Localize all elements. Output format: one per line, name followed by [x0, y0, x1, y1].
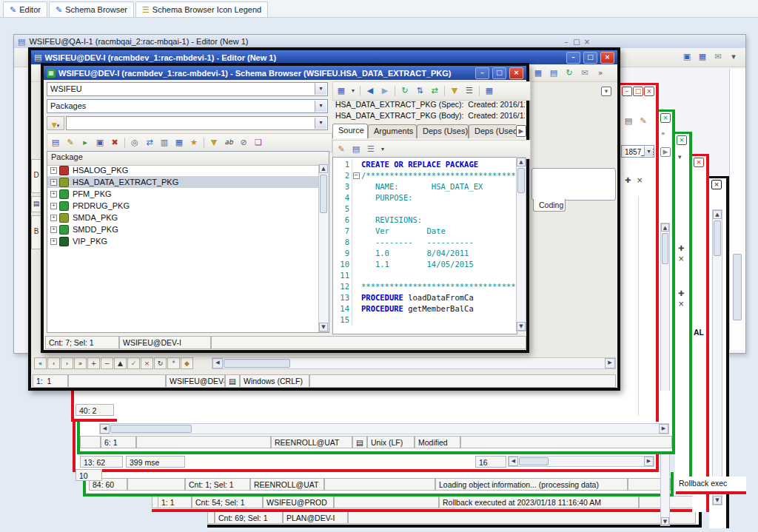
list-item[interactable]: +PRDRUG_PKG — [47, 200, 318, 212]
expand-icon[interactable]: + — [50, 191, 57, 198]
scroll-thumb[interactable] — [714, 220, 721, 256]
scroll-right-icon[interactable]: ▶ — [644, 457, 654, 466]
pin-icon[interactable]: ✚ — [625, 176, 631, 184]
nav-cancel-icon[interactable]: × — [141, 357, 153, 369]
refresh-icon[interactable]: ↻ — [563, 67, 576, 80]
tab-deps-used-by[interactable]: Deps (Used B — [469, 124, 516, 138]
page-icon[interactable]: ▤ — [622, 115, 635, 128]
maximize-icon[interactable]: □ — [571, 38, 582, 46]
report-icon[interactable]: ❏ — [252, 136, 265, 149]
close-icon[interactable]: × — [600, 52, 614, 64]
dropdown-icon[interactable]: ▾ — [315, 101, 326, 112]
scroll-down-icon[interactable]: ▼ — [661, 517, 669, 525]
tab-source[interactable]: Source — [332, 124, 368, 138]
dropdown-icon[interactable]: ▾ — [315, 118, 326, 129]
code-vertical-scrollbar[interactable]: ▲ ▼ — [516, 157, 526, 331]
close-panel-icon[interactable]: × — [678, 255, 684, 263]
nav-prior-icon[interactable]: ‹ — [47, 357, 60, 369]
script-icon[interactable]: ▥ — [158, 136, 171, 149]
favorites-icon[interactable]: ★ — [187, 136, 201, 149]
list-item-selected[interactable]: +HSA_DATA_EXTRACT_PKG — [47, 176, 318, 188]
nav-insert-icon[interactable]: + — [87, 357, 100, 369]
collapse-panel-icon[interactable]: ▾ — [601, 87, 611, 96]
save-icon[interactable]: ▣ — [93, 136, 107, 149]
minimize-icon[interactable]: – — [622, 87, 632, 96]
scroll-left-icon[interactable]: ◀ — [509, 457, 518, 466]
collapse-icon[interactable]: ▾ — [727, 50, 740, 64]
scroll-thumb[interactable] — [224, 359, 290, 368]
close-icon[interactable]: × — [660, 113, 671, 123]
scroll-thumb[interactable] — [519, 457, 549, 465]
scroll-left-icon[interactable]: ◀ — [212, 358, 223, 368]
tab-scroll-right-icon[interactable]: ▶ — [516, 125, 526, 137]
nav-delete-icon[interactable]: − — [101, 357, 113, 369]
expand-icon[interactable]: + — [50, 215, 57, 221]
scroll-thumb[interactable] — [110, 425, 192, 433]
close-panel-icon[interactable]: × — [678, 300, 684, 308]
dropdown-icon[interactable]: ▾ — [379, 143, 386, 156]
scroll-tab-right-icon[interactable]: ▶ — [660, 147, 671, 157]
nav-next-icon[interactable]: › — [61, 357, 73, 369]
dropdown-icon[interactable]: ▾ — [678, 153, 682, 161]
drop-icon[interactable]: ✖ — [108, 136, 121, 149]
tab-schema-browser[interactable]: ✎Schema Browser — [49, 1, 134, 17]
refresh-icon[interactable]: ↻ — [398, 84, 412, 98]
scroll-right-icon[interactable]: ▶ — [605, 358, 615, 368]
dropdown-icon[interactable]: ▾ — [349, 84, 357, 98]
list-vertical-scrollbar[interactable]: ▲ ▼ — [318, 164, 329, 332]
vertical-scrollbar[interactable]: ▲ ▼ — [712, 209, 722, 505]
close-icon[interactable]: × — [694, 158, 704, 167]
grid2-icon[interactable]: ▦ — [696, 50, 709, 64]
grid-options-icon[interactable]: ▦ — [483, 84, 496, 98]
forward-icon[interactable]: ▶ — [378, 84, 392, 98]
page-icon[interactable]: ▤ — [547, 67, 560, 80]
close-icon[interactable]: × — [711, 180, 722, 189]
nav-edit-icon[interactable]: ▲ — [114, 357, 127, 369]
filter-icon[interactable]: ▼ — [448, 84, 461, 98]
pin-list-icon[interactable]: ▦ — [335, 84, 348, 98]
scroll-up-icon[interactable]: ▲ — [319, 164, 328, 173]
describe-icon[interactable]: ◎ — [128, 136, 141, 149]
close-panel-icon[interactable]: × — [637, 176, 643, 184]
edit-icon[interactable]: ✎ — [637, 115, 650, 128]
save-icon[interactable]: ▣ — [680, 50, 694, 64]
list-item[interactable]: +PFM_PKG — [47, 188, 318, 200]
refresh-all-icon[interactable]: ⇅ — [413, 84, 426, 98]
qa-right-scrollbar[interactable] — [733, 254, 742, 320]
find-icon[interactable]: ab — [222, 136, 235, 149]
tab-icon-legend[interactable]: ☰Schema Browser Icon Legend — [135, 1, 268, 17]
list-view-icon[interactable]: ☰ — [463, 84, 476, 98]
scroll-left-icon[interactable]: ◀ — [100, 424, 110, 434]
side-tab-icon[interactable]: ▤ — [31, 196, 41, 212]
mail-icon[interactable]: ✉ — [578, 67, 591, 80]
minimize-icon[interactable]: – — [561, 38, 571, 46]
chevron-more-icon[interactable]: » — [594, 67, 607, 80]
horizontal-scrollbar[interactable]: ◀ ▶ — [508, 456, 654, 467]
name-filter-input[interactable]: ▾ — [66, 116, 328, 130]
minimize-icon[interactable]: – — [475, 67, 489, 79]
horizontal-scrollbar[interactable]: ◀ ▶ — [212, 357, 616, 369]
coding-tab[interactable]: Coding — [533, 199, 566, 212]
close-icon[interactable]: × — [582, 38, 592, 46]
maximize-icon[interactable]: □ — [633, 87, 643, 96]
scroll-up-icon[interactable]: ▲ — [713, 210, 722, 219]
maximize-icon[interactable]: □ — [492, 67, 506, 79]
close-icon[interactable]: × — [677, 135, 687, 145]
scroll-right-icon[interactable]: ▶ — [659, 424, 668, 434]
back-icon[interactable]: ◀ — [363, 84, 377, 98]
fold-toggle-icon[interactable]: − — [353, 172, 360, 179]
scroll-thumb[interactable] — [662, 233, 668, 264]
execute-icon[interactable]: ▸ — [78, 136, 92, 149]
dropdown-icon[interactable]: ▾ — [644, 147, 653, 156]
pin-icon[interactable]: ✚ — [678, 289, 684, 297]
close-icon[interactable]: × — [509, 67, 523, 79]
expand-icon[interactable]: + — [50, 226, 57, 233]
expand-icon[interactable]: + — [50, 179, 57, 186]
grid-icon[interactable]: ▦ — [172, 136, 186, 149]
nav-last-icon[interactable]: » — [74, 357, 87, 369]
tab-editor[interactable]: ✎Editor — [3, 1, 47, 17]
options-icon[interactable]: ☰ — [364, 143, 378, 156]
maximize-icon[interactable]: □ — [583, 52, 597, 64]
compare-icon[interactable]: ⇄ — [143, 136, 156, 149]
side-tab-1[interactable]: D — [31, 159, 41, 193]
